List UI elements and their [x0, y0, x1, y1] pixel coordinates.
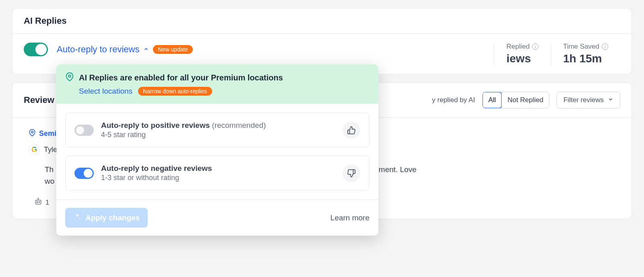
ai-replies-title: AI Replies: [12, 8, 632, 34]
stat-replied: Replied i iews: [494, 43, 551, 65]
apply-changes-button[interactable]: Apply changes: [65, 208, 148, 228]
reviews-controls: y replied by AI All Not Replied Filter r…: [432, 92, 620, 109]
stat-time-saved-label-text: Time Saved: [563, 43, 599, 51]
auto-reply-link[interactable]: Auto-reply to reviews: [57, 44, 139, 55]
svg-point-0: [31, 131, 33, 133]
ai-replies-stats: Replied i iews Time Saved i 1h 15m: [494, 43, 620, 65]
apply-changes-label: Apply changes: [85, 213, 140, 222]
chevron-down-icon: [608, 96, 613, 104]
seg-not-replied[interactable]: Not Replied: [502, 92, 549, 108]
auto-reply-row: Auto-reply to reviews New update: [57, 44, 193, 55]
info-icon[interactable]: i: [532, 43, 539, 50]
sparkle-icon: [73, 213, 81, 223]
option-negative-text: Auto-reply to negative reviews 1-3 star …: [101, 164, 335, 182]
select-locations-link[interactable]: Select locations: [79, 87, 132, 96]
stat-replied-label: Replied i: [506, 43, 539, 51]
ai-replies-left: Auto-reply to reviews New update: [24, 43, 494, 56]
toggle-knob: [76, 126, 85, 135]
svg-rect-1: [35, 200, 41, 204]
stat-replied-value: iews: [506, 52, 539, 65]
reviews-title: Review: [24, 95, 54, 105]
svg-point-3: [39, 202, 39, 203]
review-user-name: Tyle: [44, 146, 57, 154]
popover-header: AI Replies are enabled for all your Prem…: [56, 64, 378, 104]
replied-by-ai-label: y replied by AI: [432, 96, 475, 104]
option-positive-reviews: Auto-reply to positive reviews (recommen…: [65, 113, 369, 148]
auto-reply-popover: AI Replies are enabled for all your Prem…: [56, 64, 378, 235]
pin-icon: [29, 129, 36, 138]
popover-body: Auto-reply to positive reviews (recommen…: [56, 104, 378, 199]
toggle-positive[interactable]: [74, 125, 94, 136]
svg-point-5: [38, 198, 39, 199]
option-positive-text: Auto-reply to positive reviews (recommen…: [101, 121, 335, 139]
filter-reviews-label: Filter reviews: [564, 96, 604, 104]
toggle-negative[interactable]: [74, 168, 94, 179]
new-update-badge: New update: [153, 45, 193, 54]
popover-footer: Apply changes Learn more: [56, 199, 378, 235]
option-positive-title: Auto-reply to positive reviews: [101, 121, 210, 129]
info-icon[interactable]: i: [602, 43, 608, 50]
narrow-badge: Narrow down auto-replies: [138, 87, 212, 96]
popover-title: AI Replies are enabled for all your Prem…: [79, 73, 283, 82]
option-negative-sub: 1-3 star or without rating: [101, 174, 335, 182]
option-negative-reviews: Auto-reply to negative reviews 1-3 star …: [65, 156, 369, 191]
filter-reviews-button[interactable]: Filter reviews: [557, 92, 620, 109]
replied-filter-segment: All Not Replied: [482, 92, 549, 109]
thumbs-up-icon: [343, 121, 360, 139]
option-positive-sub: 4-5 star rating: [101, 131, 335, 139]
google-icon: G: [29, 144, 40, 155]
pin-icon: [65, 72, 74, 83]
review-location-text: Semi: [39, 129, 56, 138]
thumbs-down-icon: [343, 164, 360, 182]
review-text-start: Th: [45, 165, 54, 174]
option-negative-title: Auto-reply to negative reviews: [101, 164, 212, 172]
learn-more-link[interactable]: Learn more: [330, 213, 369, 222]
chevron-up-icon: [143, 46, 149, 53]
stat-time-saved-value: 1h 15m: [563, 52, 608, 65]
toggle-knob: [84, 169, 93, 178]
toggle-knob: [35, 44, 47, 55]
svg-point-6: [68, 75, 71, 77]
svg-point-2: [37, 202, 37, 203]
seg-all[interactable]: All: [483, 92, 502, 108]
stat-time-saved: Time Saved i 1h 15m: [551, 43, 620, 65]
auto-reply-master-toggle[interactable]: [24, 43, 48, 56]
stat-replied-label-text: Replied: [506, 43, 530, 51]
option-positive-hint: (recommended): [212, 121, 266, 129]
robot-icon: [34, 197, 42, 207]
review-text-line2: wo: [45, 177, 54, 185]
stat-time-saved-label: Time Saved i: [563, 43, 608, 51]
review-meta-count: 1: [45, 199, 49, 207]
